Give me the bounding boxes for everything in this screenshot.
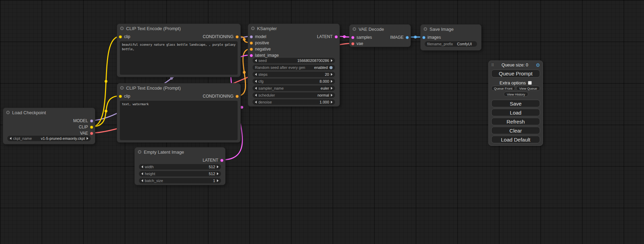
refresh-button[interactable]: Refresh xyxy=(491,118,540,125)
decrement-icon[interactable] xyxy=(255,59,257,62)
widget-label: cfg xyxy=(258,79,264,84)
input-label-model: model xyxy=(255,34,266,39)
increment-icon[interactable] xyxy=(217,179,219,182)
widget-scheduler[interactable]: scheduler normal xyxy=(253,92,335,98)
node-header[interactable]: Save Image xyxy=(421,25,481,34)
prompt-textarea[interactable]: text, watermark xyxy=(120,101,238,140)
node-header[interactable]: KSampler xyxy=(248,24,339,33)
input-slot-positive[interactable] xyxy=(250,42,253,45)
load-button[interactable]: Load xyxy=(491,109,540,116)
output-slot-latent[interactable] xyxy=(220,159,223,162)
input-slot-vae[interactable] xyxy=(351,42,354,45)
collapse-toggle-icon[interactable] xyxy=(251,27,255,30)
drag-handle-icon[interactable]: ⠿ xyxy=(491,63,494,67)
settings-gear-icon[interactable]: ⚙ xyxy=(536,63,540,67)
input-slot-samples[interactable] xyxy=(351,36,354,39)
extra-options-checkbox[interactable] xyxy=(528,81,532,85)
decrement-icon[interactable] xyxy=(141,172,143,175)
widget-label: sampler_name xyxy=(258,85,284,91)
widget-height[interactable]: height 512 xyxy=(139,171,221,177)
node-save-image: Save Image images filename_prefix ComfyU… xyxy=(420,24,482,51)
link-midpoint-dot xyxy=(240,106,243,109)
collapse-toggle-icon[interactable] xyxy=(353,27,356,31)
widget-value: 1.000 xyxy=(319,99,329,105)
increment-icon[interactable] xyxy=(331,101,333,103)
prev-value-icon[interactable] xyxy=(10,137,11,140)
input-slot-images[interactable] xyxy=(422,36,425,39)
toggle-ball-icon[interactable] xyxy=(329,66,333,69)
queue-prompt-button[interactable]: Queue Prompt xyxy=(491,70,540,78)
widget-value: 20 xyxy=(325,72,329,77)
increment-icon[interactable] xyxy=(331,80,333,83)
output-slot-model[interactable] xyxy=(90,119,93,123)
node-header[interactable]: CLIP Text Encode (Prompt) xyxy=(117,24,240,33)
widget-seed[interactable]: seed 156680208700286 xyxy=(253,58,335,63)
view-history-button[interactable]: View History xyxy=(504,92,528,97)
node-header[interactable]: Load Checkpoint xyxy=(3,108,95,117)
output-label-conditioning: CONDITIONING xyxy=(203,94,233,99)
widget-ckpt-name[interactable]: ckpt_name v1-5-pruned-emaonly.ckpt xyxy=(7,136,91,141)
widget-batch-size[interactable]: batch_size 1 xyxy=(139,178,221,183)
widget-denoise[interactable]: denoise 1.000 xyxy=(253,99,335,105)
prev-value-icon[interactable] xyxy=(255,94,257,97)
node-title: CLIP Text Encode (Prompt) xyxy=(126,85,181,91)
node-header[interactable]: CLIP Text Encode (Prompt) xyxy=(117,83,240,92)
view-queue-button[interactable]: View Queue xyxy=(516,86,540,91)
widget-label: denoise xyxy=(258,99,272,105)
node-title: VAE Decode xyxy=(359,27,384,32)
decrement-icon[interactable] xyxy=(255,80,257,83)
widget-steps[interactable]: steps 20 xyxy=(253,72,335,77)
widget-label: Random seed after every gen xyxy=(255,65,305,70)
collapse-toggle-icon[interactable] xyxy=(120,86,124,90)
output-slot-latent[interactable] xyxy=(335,35,338,38)
output-slot-conditioning[interactable] xyxy=(236,95,239,98)
input-slot-clip[interactable] xyxy=(119,35,122,38)
widget-filename-prefix[interactable]: filename_prefix ComfyUI xyxy=(425,41,477,47)
clear-button[interactable]: Clear xyxy=(491,127,540,134)
queue-front-button[interactable]: Queue Front xyxy=(491,86,515,91)
prev-value-icon[interactable] xyxy=(255,87,257,90)
widget-random-seed-toggle[interactable]: Random seed after every gen enabled xyxy=(253,65,335,70)
increment-icon[interactable] xyxy=(217,165,219,168)
next-value-icon[interactable] xyxy=(331,87,333,90)
load-default-button[interactable]: Load Default xyxy=(491,136,540,143)
prompt-textarea[interactable]: beautiful scenery nature glass bottle la… xyxy=(120,41,238,75)
increment-icon[interactable] xyxy=(331,73,333,76)
decrement-icon[interactable] xyxy=(255,73,257,76)
node-header[interactable]: Empty Latent Image xyxy=(135,147,225,156)
widget-sampler-name[interactable]: sampler_name euler xyxy=(253,85,335,91)
output-label-image: IMAGE xyxy=(390,35,404,40)
increment-icon[interactable] xyxy=(331,59,333,62)
input-slot-negative[interactable] xyxy=(250,48,253,51)
input-slot-model[interactable] xyxy=(250,35,253,38)
output-slot-image[interactable] xyxy=(406,36,409,39)
output-slot-clip[interactable] xyxy=(90,126,93,129)
link-midpoint-dot xyxy=(105,110,107,112)
collapse-toggle-icon[interactable] xyxy=(138,150,141,154)
collapse-toggle-icon[interactable] xyxy=(6,111,10,114)
node-clip-text-encode-negative: CLIP Text Encode (Prompt) clip CONDITION… xyxy=(117,83,241,143)
next-value-icon[interactable] xyxy=(87,137,88,140)
decrement-icon[interactable] xyxy=(141,165,143,168)
collapse-toggle-icon[interactable] xyxy=(120,27,124,30)
graph-canvas[interactable]: { "colors": { "model": "#B39DDB", "clip"… xyxy=(0,0,644,244)
decrement-icon[interactable] xyxy=(141,179,143,182)
widget-label: steps xyxy=(258,72,267,77)
input-slot-clip[interactable] xyxy=(119,95,122,98)
widget-label: seed xyxy=(258,58,267,63)
next-value-icon[interactable] xyxy=(331,94,333,97)
widget-cfg[interactable]: cfg 8.000 xyxy=(253,79,335,84)
widget-value: 8.000 xyxy=(319,79,329,84)
decrement-icon[interactable] xyxy=(255,101,257,103)
input-slot-latent-image[interactable] xyxy=(250,54,253,57)
increment-icon[interactable] xyxy=(217,172,219,175)
output-slot-vae[interactable] xyxy=(90,132,93,135)
collapse-toggle-icon[interactable] xyxy=(424,27,427,31)
link-midpoint-dot xyxy=(105,80,107,83)
output-slot-conditioning[interactable] xyxy=(236,35,239,38)
comfy-menu-panel: ⠿ Queue size: 0 ⚙ Queue Prompt Extra opt… xyxy=(488,61,543,146)
widget-width[interactable]: width 512 xyxy=(139,164,221,170)
node-header[interactable]: VAE Decode xyxy=(350,25,411,34)
link-midpoint-dot xyxy=(243,71,246,74)
save-button[interactable]: Save xyxy=(491,100,540,107)
